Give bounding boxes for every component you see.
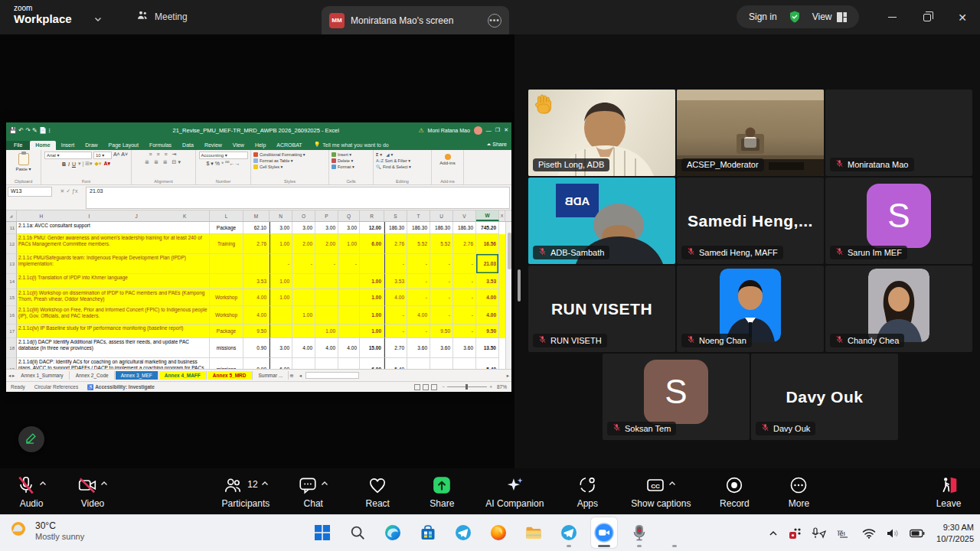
- participant-tile-moniratana-mao[interactable]: Moniratana Mao: [825, 90, 972, 176]
- participant-tile-soksan-tem[interactable]: SSoksan Tem: [603, 354, 750, 440]
- chevron-up-icon[interactable]: [39, 476, 47, 490]
- taskbar-telegram-icon[interactable]: [556, 517, 582, 548]
- taskbar-search-icon[interactable]: [345, 517, 371, 548]
- row-number[interactable]: 17: [6, 324, 17, 338]
- view-button[interactable]: View: [812, 11, 847, 22]
- cell[interactable]: 3.60: [453, 338, 476, 358]
- vertical-scrollbar[interactable]: [505, 222, 511, 369]
- font-name-select[interactable]: Arial ▾: [44, 152, 92, 159]
- cell[interactable]: 3.53: [384, 274, 407, 289]
- hscroll-arrows[interactable]: ◂: [299, 373, 302, 379]
- cell[interactable]: 4.00: [407, 306, 430, 324]
- cell[interactable]: 5.40: [384, 358, 407, 369]
- ribbon-tab-draw[interactable]: Draw: [80, 141, 103, 150]
- cell[interactable]: [315, 274, 338, 289]
- audio-button[interactable]: Audio: [11, 474, 52, 509]
- ribbon-tab-review[interactable]: Review: [199, 141, 227, 150]
- video-button[interactable]: Video: [72, 474, 113, 509]
- cell[interactable]: -: [407, 324, 430, 338]
- participant-tile-noeng-chan[interactable]: Noeng Chan: [677, 266, 824, 352]
- cell[interactable]: 3.00: [270, 222, 292, 234]
- cell-description[interactable]: 2.1.1d(i) DACP Identify Additional PACs,…: [17, 338, 210, 358]
- cell[interactable]: 15.00: [360, 338, 384, 358]
- cell[interactable]: Package: [210, 324, 243, 338]
- cell[interactable]: 1.00: [338, 234, 360, 254]
- chevron-down-icon[interactable]: [93, 13, 103, 22]
- ribbon-tab-page-layout[interactable]: Page Layout: [103, 141, 144, 150]
- cell[interactable]: 3.00: [270, 338, 292, 358]
- cell[interactable]: 1.00: [360, 306, 384, 324]
- cell[interactable]: [292, 324, 315, 338]
- taskbar-firefox-icon[interactable]: [485, 517, 511, 548]
- addins-icon[interactable]: [445, 154, 451, 160]
- cell[interactable]: -: [315, 358, 338, 369]
- number-format-select[interactable]: Accounting ▾: [199, 152, 248, 159]
- horizontal-scrollbar[interactable]: [305, 372, 359, 379]
- sheet-tab-annex-2-code[interactable]: Annex 2_Code: [70, 371, 115, 380]
- fill-color-button[interactable]: ◆▾: [95, 161, 102, 167]
- cell[interactable]: 3.00: [315, 222, 338, 234]
- cell[interactable]: 4.00: [476, 306, 499, 324]
- cell[interactable]: -: [292, 254, 315, 274]
- cell[interactable]: -: [384, 254, 407, 274]
- participant-tile-chandy-chea[interactable]: Chandy Chea: [825, 266, 972, 352]
- taskbar-hidden-icon[interactable]: [662, 517, 688, 548]
- participant-tile-sarun-im-mef[interactable]: SSarun Im MEF: [825, 178, 972, 264]
- excel-share-button[interactable]: ⏶ Share: [487, 142, 507, 150]
- col-header-X[interactable]: X: [499, 210, 505, 221]
- sheet-tab-summar[interactable]: Summar ...: [253, 371, 289, 380]
- cell[interactable]: [210, 254, 243, 274]
- cell[interactable]: -: [453, 324, 476, 338]
- col-header-P[interactable]: P: [315, 210, 338, 221]
- cell[interactable]: 1.00: [270, 289, 292, 306]
- chevron-up-icon[interactable]: [321, 476, 328, 490]
- cell[interactable]: 186.30: [430, 222, 453, 234]
- row-number[interactable]: 13: [6, 254, 17, 274]
- formula-buttons[interactable]: ✕ ✓ ƒx: [54, 187, 84, 194]
- share-button[interactable]: Share: [421, 474, 462, 509]
- tell-me-box[interactable]: 💡Tell me what you want to do: [314, 142, 389, 150]
- italic-button[interactable]: I: [68, 161, 70, 167]
- col-headers-HIJK[interactable]: HIJK: [17, 210, 210, 221]
- cell[interactable]: [338, 274, 360, 289]
- cell[interactable]: 1.00: [292, 306, 315, 324]
- cell[interactable]: 62.10: [243, 222, 270, 234]
- gallery-scrollbar[interactable]: [518, 269, 521, 302]
- cell[interactable]: 2.00: [315, 234, 338, 254]
- cell[interactable]: 21.03: [476, 254, 499, 274]
- format-as-table-button[interactable]: Format as Table ▾: [253, 158, 293, 163]
- cell[interactable]: -: [338, 358, 360, 369]
- paste-icon[interactable]: [18, 153, 29, 165]
- col-header-N[interactable]: N: [270, 210, 292, 221]
- cell[interactable]: 12.00: [360, 222, 384, 234]
- cell-styles-button[interactable]: Cell Styles ▾: [253, 165, 283, 169]
- cell[interactable]: 186.30: [384, 222, 407, 234]
- font-size-select[interactable]: 10 ▾: [93, 152, 112, 159]
- select-all-corner[interactable]: ◢: [6, 210, 17, 221]
- row-number[interactable]: 18: [6, 338, 17, 358]
- taskbar-start-icon[interactable]: [309, 517, 335, 548]
- cell[interactable]: 1.00: [360, 324, 384, 338]
- cell[interactable]: -: [430, 306, 453, 324]
- cell-description[interactable]: 2.1.1c(iv) IP Baseline study for IP perf…: [17, 324, 210, 338]
- zoom-level[interactable]: 87%: [497, 384, 507, 390]
- participants-button[interactable]: 12Participants: [222, 474, 270, 509]
- participant-tile-run-viseth[interactable]: RUN VISETHRUN VISETH: [528, 266, 675, 352]
- excel-minimize-button[interactable]: —: [486, 128, 492, 133]
- cell[interactable]: 2.76: [453, 234, 476, 254]
- cell[interactable]: 1.00: [315, 324, 338, 338]
- cell-description[interactable]: 2.1.1c PMU/Safeguards team: Indigenous P…: [17, 254, 210, 274]
- cell[interactable]: -: [407, 254, 430, 274]
- row-number[interactable]: 14: [6, 274, 17, 289]
- more-button[interactable]: More: [778, 474, 819, 509]
- autosum-button[interactable]: Σ ▾ ◢ ▾: [376, 152, 393, 157]
- show-captions-button[interactable]: CCShow captions: [631, 474, 691, 509]
- tray-mic-location-icon[interactable]: [812, 527, 827, 540]
- cell[interactable]: 3.00: [338, 222, 360, 234]
- cell[interactable]: -: [430, 274, 453, 289]
- col-header-V[interactable]: V: [453, 210, 476, 221]
- formula-input[interactable]: 21.03: [86, 187, 510, 209]
- cell[interactable]: [338, 324, 360, 338]
- cell[interactable]: 5.52: [407, 234, 430, 254]
- ribbon-tab-file[interactable]: File: [6, 141, 30, 150]
